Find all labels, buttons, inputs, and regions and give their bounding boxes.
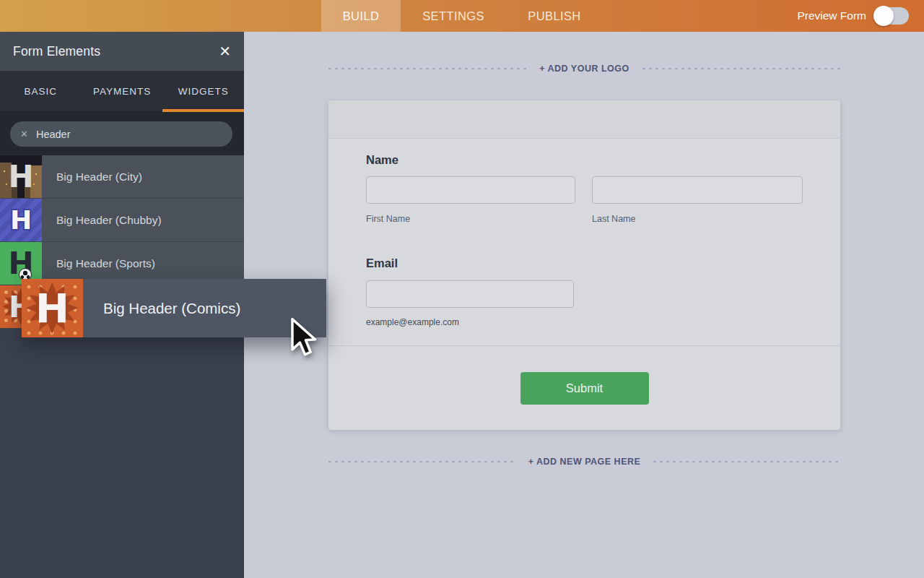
list-item-label: Big Header (City) [56, 171, 142, 184]
dragged-widget-big-header-comics[interactable]: H Big Header (Comics) [22, 279, 326, 337]
mouse-cursor-icon [287, 316, 318, 360]
list-item-big-header-city[interactable]: H Big Header (City) [0, 155, 244, 199]
email-input[interactable] [366, 280, 574, 308]
email-question: Email example@example.com [366, 256, 803, 327]
name-question-label: Name [366, 153, 803, 167]
tab-basic[interactable]: BASIC [0, 71, 82, 111]
tab-settings[interactable]: SETTINGS [401, 0, 506, 32]
tile-letter: H [8, 246, 33, 281]
add-logo-row: + ADD YOUR LOGO [328, 64, 840, 74]
form-canvas: + ADD YOUR LOGO Name First Name Last Nam… [244, 32, 924, 578]
last-name-input[interactable] [592, 176, 803, 204]
clear-search-icon[interactable]: ✕ [20, 129, 28, 139]
widget-search-area: ✕ Header [0, 112, 244, 155]
email-question-label: Email [366, 256, 803, 270]
name-sublabels-row: First Name Last Name [366, 212, 803, 225]
form-builder-app: BUILD SETTINGS PUBLISH Preview Form Form… [0, 0, 924, 578]
panel-tabs: BASIC PAYMENTS WIDGETS [0, 71, 244, 112]
close-icon[interactable]: ✕ [217, 43, 232, 60]
list-item-label: Big Header (Sports) [56, 257, 155, 270]
form-header-dropzone[interactable] [328, 100, 840, 139]
tab-publish[interactable]: PUBLISH [506, 0, 603, 32]
list-item-big-header-chubby[interactable]: H Big Header (Chubby) [0, 199, 244, 242]
last-name-sublabel: Last Name [592, 214, 635, 224]
form-preview-card: Name First Name Last Name Email example@… [328, 100, 840, 430]
email-sublabel: example@example.com [366, 317, 803, 327]
tile-letter: H [8, 159, 33, 194]
submit-button[interactable]: Submit [520, 372, 649, 405]
first-name-sublabel: First Name [366, 214, 410, 224]
toggle-knob [873, 6, 894, 26]
comics-header-icon: H [22, 279, 83, 337]
dashed-divider [642, 68, 840, 69]
preview-form-control: Preview Form [797, 0, 909, 32]
tile-letter: H [10, 205, 32, 235]
dashed-divider [328, 68, 526, 69]
name-inputs-row [366, 176, 803, 204]
search-value: Header [36, 129, 71, 140]
first-name-input[interactable] [366, 176, 575, 204]
form-submit-section: Submit [328, 346, 840, 430]
city-header-icon: H [0, 155, 42, 198]
tab-build[interactable]: BUILD [321, 0, 401, 32]
chubby-header-icon: H [0, 199, 42, 241]
tab-payments[interactable]: PAYMENTS [82, 71, 163, 111]
search-input[interactable]: ✕ Header [10, 121, 232, 147]
dashed-divider [328, 461, 515, 462]
form-questions: Name First Name Last Name Email example@… [328, 139, 840, 346]
tab-widgets[interactable]: WIDGETS [162, 71, 244, 111]
drag-ghost-label: Big Header (Comics) [103, 300, 240, 317]
preview-form-label: Preview Form [797, 9, 866, 22]
add-logo-button[interactable]: + ADD YOUR LOGO [539, 64, 629, 74]
preview-form-toggle[interactable] [875, 7, 909, 25]
add-new-page-button[interactable]: + ADD NEW PAGE HERE [528, 457, 641, 467]
tile-letter: H [35, 285, 69, 332]
panel-header: Form Elements ✕ [0, 32, 244, 71]
dashed-divider [653, 461, 840, 462]
top-nav: BUILD SETTINGS PUBLISH [321, 0, 603, 32]
top-bar: BUILD SETTINGS PUBLISH Preview Form [0, 0, 924, 32]
add-page-row: + ADD NEW PAGE HERE [328, 457, 840, 467]
panel-title: Form Elements [13, 44, 100, 59]
list-item-label: Big Header (Chubby) [56, 214, 162, 227]
